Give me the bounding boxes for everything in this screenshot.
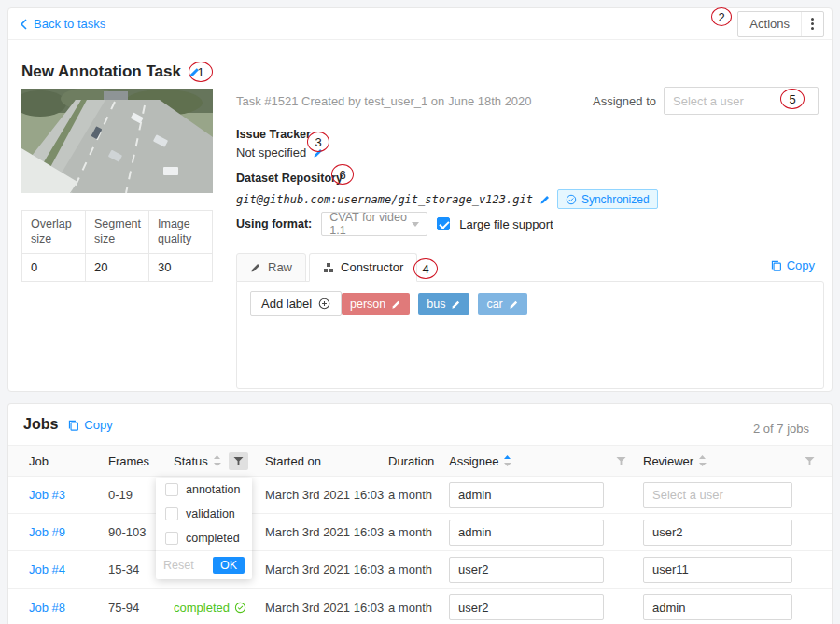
- job-row: Job #3 0-19 March 3rd 2021 16:03 a month: [8, 477, 832, 514]
- back-to-tasks-label: Back to tasks: [34, 17, 105, 31]
- sort-icon[interactable]: [698, 454, 707, 467]
- checkbox-completed[interactable]: [165, 532, 178, 545]
- tab-raw[interactable]: Raw: [236, 253, 306, 282]
- edit-label-pencil-icon[interactable]: [451, 299, 461, 310]
- label-chip-car[interactable]: car: [478, 293, 526, 315]
- chevron-down-icon: [412, 222, 419, 227]
- job-duration: a month: [388, 601, 449, 615]
- job-assignee-input[interactable]: [449, 594, 604, 620]
- job-reviewer-input[interactable]: [643, 482, 792, 508]
- callout-4: 4: [413, 258, 438, 279]
- actions-button[interactable]: Actions: [737, 11, 824, 37]
- callout-6: 6: [331, 164, 354, 185]
- edit-label-pencil-icon[interactable]: [509, 299, 519, 310]
- filter-ok-button[interactable]: OK: [213, 557, 245, 574]
- label-chip-car-name: car: [486, 298, 502, 311]
- job-started-on: March 3rd 2021 16:03: [265, 601, 388, 615]
- copy-icon: [67, 419, 79, 431]
- large-file-support-checkbox[interactable]: [437, 217, 450, 230]
- sort-icon[interactable]: [503, 454, 511, 467]
- filter-option-validation[interactable]: validation: [156, 502, 252, 526]
- job-started-on: March 3rd 2021 16:03: [265, 488, 388, 502]
- job-link[interactable]: Job #8: [29, 601, 65, 615]
- dataset-repository-url: git@github.com:username/git_storage_v123…: [236, 193, 533, 206]
- job-reviewer-input[interactable]: [643, 594, 792, 620]
- job-row: Job #8 75-94 completed March 3rd 2021 16…: [8, 589, 832, 624]
- column-started-on: Started on: [265, 454, 388, 468]
- tab-raw-label: Raw: [268, 260, 292, 274]
- add-label-text: Add label: [261, 297, 312, 311]
- param-value-segment: 20: [86, 254, 149, 282]
- job-started-on: March 3rd 2021 16:03: [265, 562, 388, 576]
- job-assignee-input[interactable]: [449, 557, 604, 583]
- labels-copy-link[interactable]: Copy: [770, 258, 815, 272]
- actions-label: Actions: [738, 17, 801, 31]
- task-meta-text: Task #1521 Created by test_user_1 on Jun…: [236, 94, 532, 108]
- assigned-to-label: Assigned to: [593, 94, 656, 108]
- label-chip-bus[interactable]: bus: [418, 293, 469, 315]
- callout-1: 1: [189, 62, 213, 82]
- checkbox-validation[interactable]: [165, 507, 178, 520]
- param-header-segment: Segment size: [86, 211, 149, 254]
- format-select[interactable]: CVAT for video 1.1: [321, 212, 427, 236]
- job-started-on: March 3rd 2021 16:03: [265, 525, 388, 539]
- build-blocks-icon: [323, 262, 334, 273]
- format-select-value: CVAT for video 1.1: [329, 211, 412, 237]
- label-chip-person-name: person: [350, 298, 385, 311]
- job-reviewer-input[interactable]: [643, 520, 792, 546]
- jobs-copy-label: Copy: [84, 418, 112, 432]
- using-format-label: Using format:: [236, 217, 312, 230]
- param-header-quality: Image quality: [149, 211, 213, 254]
- column-assignee[interactable]: Assignee: [449, 454, 643, 468]
- jobs-copy-link[interactable]: Copy: [67, 418, 112, 432]
- edit-label-pencil-icon[interactable]: [391, 299, 401, 310]
- callout-3: 3: [307, 132, 329, 152]
- tab-constructor-label: Constructor: [341, 260, 403, 274]
- issue-tracker-value: Not specified: [236, 146, 306, 159]
- checkbox-annotation[interactable]: [165, 483, 178, 496]
- kebab-icon[interactable]: [802, 18, 823, 30]
- jobs-title: Jobs: [23, 416, 58, 433]
- issue-tracker-label: Issue Tracker: [236, 128, 311, 141]
- param-header-overlap: Overlap size: [22, 211, 86, 254]
- plus-circle-icon: [318, 298, 330, 310]
- job-link[interactable]: Job #3: [29, 488, 65, 502]
- column-duration: Duration: [388, 454, 449, 468]
- job-link[interactable]: Job #4: [29, 562, 65, 576]
- synchronized-badge: Synchronized: [557, 189, 658, 209]
- labels-constructor-panel: Add label person bus car: [236, 281, 824, 389]
- filter-option-completed[interactable]: completed: [156, 526, 252, 550]
- reviewer-filter-funnel-icon[interactable]: [805, 456, 815, 466]
- filter-option-annotation[interactable]: annotation: [156, 478, 252, 502]
- filter-reset-button[interactable]: Reset: [163, 559, 194, 572]
- column-status[interactable]: Status: [174, 452, 265, 470]
- jobs-count-text: 2 of 7 jobs: [753, 422, 809, 436]
- task-params-table: Overlap size Segment size Image quality …: [21, 210, 213, 282]
- jobs-card: Jobs Copy 2 of 7 jobs Job Frames Status …: [7, 403, 833, 624]
- dataset-repository-label: Dataset Repository: [236, 172, 343, 185]
- check-circle-icon: [566, 194, 577, 205]
- edit-repository-pencil-icon[interactable]: [539, 194, 551, 205]
- job-assignee-input[interactable]: [449, 482, 604, 508]
- job-link[interactable]: Job #9: [29, 525, 65, 539]
- tab-constructor[interactable]: Constructor: [309, 253, 417, 282]
- labels-copy-label: Copy: [787, 258, 815, 272]
- label-chip-bus-name: bus: [427, 298, 445, 311]
- chevron-left-icon: [20, 19, 27, 30]
- job-duration: a month: [388, 488, 449, 502]
- back-to-tasks-link[interactable]: Back to tasks: [20, 17, 105, 31]
- assignee-filter-funnel-icon[interactable]: [616, 456, 626, 466]
- label-chip-person[interactable]: person: [342, 293, 410, 315]
- status-filter-dropdown: annotation validation completed Reset OK: [156, 478, 252, 579]
- sort-icon[interactable]: [213, 454, 221, 467]
- jobs-table: Job Frames Status Started on Duration As…: [8, 445, 832, 624]
- job-reviewer-input[interactable]: [643, 557, 792, 583]
- status-filter-funnel-icon[interactable]: [229, 452, 248, 470]
- job-assignee-input[interactable]: [449, 520, 604, 546]
- add-label-button[interactable]: Add label: [250, 291, 342, 316]
- task-title: New Annotation Task: [21, 62, 181, 81]
- column-reviewer[interactable]: Reviewer: [643, 454, 832, 468]
- copy-icon: [770, 259, 782, 271]
- jobs-table-header: Job Frames Status Started on Duration As…: [8, 445, 832, 477]
- large-file-support-label: Large file support: [459, 217, 553, 231]
